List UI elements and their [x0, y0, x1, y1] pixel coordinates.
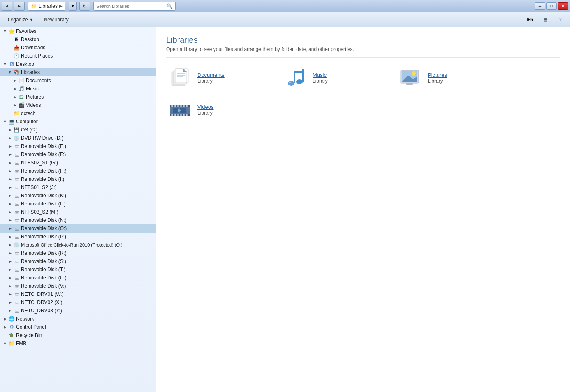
recyclebin-label: Recycle Bin [16, 332, 42, 338]
videos-label: Videos [26, 102, 41, 108]
search-input[interactable] [96, 4, 167, 9]
remF-icon: 🖴 [13, 151, 20, 158]
sidebar-item-remV[interactable]: ▶ 🖴 Removable Disk (V:) [0, 282, 156, 290]
msoffice-label: Microsoft Office Click-to-Run 2010 (Prot… [21, 242, 123, 247]
sidebar-item-desktop[interactable]: 🖥 Desktop [0, 35, 156, 44]
videos-info: Videos Library [197, 104, 214, 116]
sidebar-item-pictures[interactable]: ▶ 🖼 Pictures [0, 93, 156, 101]
ntfsJ-icon: 🖴 [13, 184, 20, 191]
expand-remI: ▶ [7, 176, 13, 182]
view-options-button[interactable]: ⊞ ▼ [524, 14, 537, 25]
pictures-library-icon [398, 67, 423, 88]
sidebar-item-remI[interactable]: ▶ 🖴 Removable Disk (I:) [0, 175, 156, 183]
dvd-icon: 💿 [13, 135, 20, 141]
sidebar-item-remT[interactable]: ▶ 🖴 Removable Disk (T:) [0, 265, 156, 274]
sidebar-item-remK[interactable]: ▶ 🖴 Removable Disk (K:) [0, 191, 156, 200]
sidebar-item-fmb[interactable]: ▼ 📁 FMB [0, 339, 156, 348]
sidebar-item-remF[interactable]: ▶ 🖴 Removable Disk (F:) [0, 150, 156, 159]
content-pane: Libraries Open a library to see your fil… [156, 27, 570, 392]
sidebar-item-netcY[interactable]: ▶ 🖴 NETC_DRV03 (Y:) [0, 307, 156, 315]
sidebar-item-recyclebin[interactable]: 🗑 Recycle Bin [0, 331, 156, 339]
music-icon: 🎵 [18, 85, 25, 92]
svg-rect-30 [174, 114, 176, 116]
expand-msoffice: ▶ [7, 242, 13, 248]
address-bar[interactable]: 📁 Libraries ▶ [28, 2, 65, 11]
sidebar-item-remS[interactable]: ▶ 🖴 Removable Disk (S:) [0, 257, 156, 265]
network-label: Network [16, 316, 34, 322]
sidebar-item-downloads[interactable]: 📥 Downloads [0, 44, 156, 52]
library-grid: Documents Library [166, 66, 560, 122]
page-subtitle: Open a library to see your files and arr… [166, 46, 560, 58]
sidebar-item-remP[interactable]: ▶ 🖴 Removable Disk (P:) [0, 233, 156, 241]
library-item-pictures[interactable]: Pictures Library [396, 66, 512, 90]
new-library-button[interactable]: New library [39, 14, 73, 25]
svg-rect-26 [180, 105, 182, 107]
help-button[interactable]: ? [554, 14, 567, 25]
sidebar-item-remL[interactable]: ▶ 🖴 Removable Disk (L:) [0, 200, 156, 208]
fmb-icon: 📁 [8, 340, 15, 347]
os-label: OS (C:) [21, 127, 38, 133]
sidebar-item-dvd[interactable]: ▶ 💿 DVD RW Drive (D:) [0, 134, 156, 142]
expand-documents: ▶ [12, 77, 18, 84]
favorites-icon: ⭐ [8, 28, 15, 35]
toolbar: Organize ▼ New library ⊞ ▼ ▤ ? [0, 12, 570, 27]
svg-rect-27 [183, 105, 185, 107]
close-button[interactable]: ✕ [558, 2, 568, 10]
sidebar-item-favorites[interactable]: ▼ ⭐ Favorites [0, 27, 156, 35]
controlpanel-icon: ⚙ [8, 324, 15, 330]
new-library-label: New library [44, 17, 69, 23]
sidebar-item-remE[interactable]: ▶ 🖴 Removable Disk (E:) [0, 142, 156, 150]
refresh-button[interactable]: ↻ [79, 2, 90, 11]
sidebar-item-controlpanel[interactable]: ▶ ⚙ Control Panel [0, 323, 156, 331]
maximize-button[interactable]: □ [546, 2, 557, 10]
remI-label: Removable Disk (I:) [21, 176, 64, 182]
preview-pane-button[interactable]: ▤ [539, 14, 552, 25]
sidebar-item-remR[interactable]: ▶ 🖴 Removable Disk (R:) [0, 249, 156, 257]
ntfsG-label: NTFS02_S1 (G:) [21, 160, 58, 166]
sidebar-item-videos[interactable]: ▶ 🎬 Videos [0, 101, 156, 109]
forward-button[interactable]: ► [14, 2, 25, 11]
expand-libraries: ▼ [7, 69, 13, 76]
remF-label: Removable Disk (F:) [21, 152, 66, 157]
sidebar-item-qctech[interactable]: 📁 qctech [0, 109, 156, 118]
sidebar-item-recent-places[interactable]: 🕐 Recent Places [0, 52, 156, 60]
minimize-button[interactable]: ─ [535, 2, 545, 10]
library-item-music[interactable]: Music Library [281, 66, 396, 90]
sidebar-item-computer[interactable]: ▼ 💻 Computer [0, 118, 156, 126]
netcX-icon: 🖴 [13, 299, 20, 306]
search-icon[interactable]: 🔍 [167, 3, 173, 9]
pictures-info: Pictures Library [428, 72, 447, 84]
sidebar-item-ntfsJ[interactable]: ▶ 🖴 NTFS01_S2 (J:) [0, 183, 156, 191]
sidebar-item-ntfsG[interactable]: ▶ 🖴 NTFS02_S1 (G:) [0, 159, 156, 167]
netcX-label: NETC_DRV02 (X:) [21, 300, 62, 305]
remT-label: Removable Disk (T:) [21, 267, 65, 272]
sidebar-item-libraries[interactable]: ▼ 📚 Libraries [0, 68, 156, 76]
sidebar-item-ntfsM[interactable]: ▶ 🖴 NTFS03_S2 (M:) [0, 208, 156, 216]
back-button[interactable]: ◄ [2, 2, 12, 11]
sidebar-item-remU[interactable]: ▶ 🖴 Removable Disk (U:) [0, 274, 156, 282]
music-library-icon [283, 67, 308, 88]
svg-point-8 [288, 81, 294, 86]
sidebar-item-remO[interactable]: ▶ 🖴 Removable Disk (O:) [0, 224, 156, 233]
recent-places-label: Recent Places [21, 53, 53, 59]
sidebar-item-msoffice[interactable]: ▶ 💿 Microsoft Office Click-to-Run 2010 (… [0, 241, 156, 249]
organize-button[interactable]: Organize ▼ [3, 14, 38, 25]
remO-label: Removable Disk (O:) [21, 226, 67, 231]
sidebar-item-remH[interactable]: ▶ 🖴 Removable Disk (H:) [0, 167, 156, 175]
address-dropdown-btn[interactable]: ▼ [69, 2, 77, 11]
sidebar-item-os[interactable]: ▶ 💾 OS (C:) [0, 126, 156, 134]
sidebar-item-network[interactable]: ▶ 🌐 Network [0, 315, 156, 323]
expand-netcX: ▶ [7, 299, 13, 306]
videos-type: Library [197, 110, 214, 116]
sidebar-item-netcX[interactable]: ▶ 🖴 NETC_DRV02 (X:) [0, 298, 156, 307]
sidebar-item-remN[interactable]: ▶ 🖴 Removable Disk (N:) [0, 216, 156, 224]
msoffice-icon: 💿 [13, 242, 20, 248]
sidebar-item-documents[interactable]: ▶ 📄 Documents [0, 76, 156, 85]
sidebar-item-netcW[interactable]: ▶ 🖴 NETC_DRV01 (W:) [0, 290, 156, 298]
pictures-label: Pictures [26, 94, 44, 100]
sidebar-item-desktop-root[interactable]: ▼ 🖥 Desktop [0, 60, 156, 68]
title-bar: ◄ ► 📁 Libraries ▶ ▼ ↻ 🔍 ─ □ ✕ [0, 0, 570, 12]
library-item-videos[interactable]: Videos Library [166, 98, 281, 122]
library-item-documents[interactable]: Documents Library [166, 66, 281, 90]
sidebar-item-music[interactable]: ▶ 🎵 Music [0, 85, 156, 93]
